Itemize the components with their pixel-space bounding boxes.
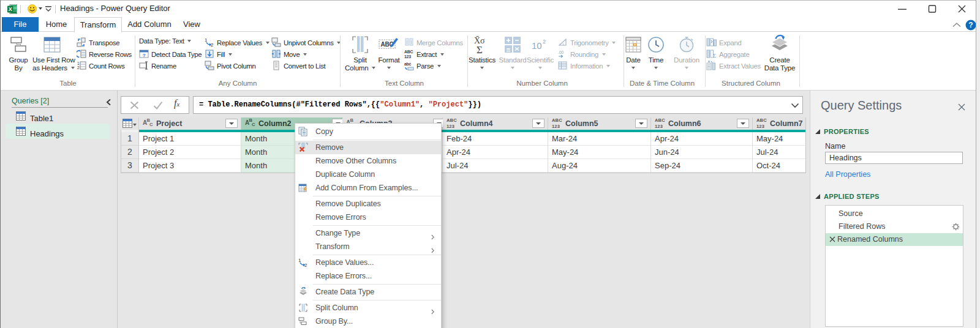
svg-text:2: 2: [77, 65, 80, 70]
svg-text:Σ: Σ: [477, 44, 483, 54]
svg-text:.00: .00: [558, 50, 564, 54]
svg-text:1: 1: [205, 37, 208, 43]
svg-text:X: X: [9, 6, 12, 12]
svg-text:Σ: Σ: [713, 53, 716, 59]
svg-text:1: 1: [77, 61, 80, 65]
svg-text:2: 2: [211, 42, 214, 47]
svg-text:123: 123: [404, 54, 411, 59]
svg-text:ABC: ABC: [404, 50, 413, 54]
svg-text:2: 2: [543, 39, 546, 45]
svg-text:?: ?: [968, 21, 973, 29]
svg-text:?: ?: [143, 53, 146, 58]
svg-text:abc: abc: [404, 62, 412, 66]
svg-text:2: 2: [304, 263, 307, 267]
svg-text:10: 10: [532, 40, 541, 51]
svg-text:1: 1: [298, 258, 301, 263]
